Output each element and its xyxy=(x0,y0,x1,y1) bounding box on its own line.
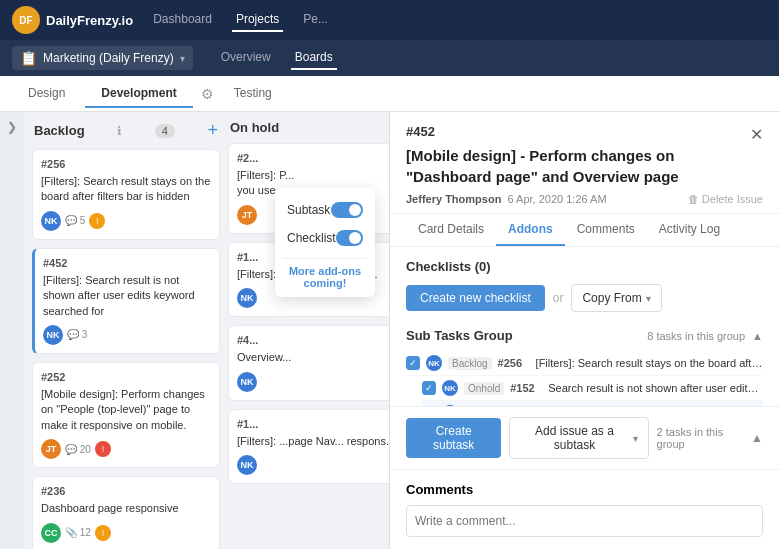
card-id-256: #256 xyxy=(41,158,211,170)
create-checklist-button[interactable]: Create new checklist xyxy=(406,285,545,311)
subtask-header: Sub Tasks Group 8 tasks in this group ▲ xyxy=(406,328,763,343)
avatar-nk-2: NK xyxy=(43,325,63,345)
subtask-label-152: Search result is not shown after user ed… xyxy=(548,382,763,394)
tab-card-details[interactable]: Card Details xyxy=(406,214,496,246)
card-title-oh3: Overview... xyxy=(237,350,389,365)
col-title-backlog: Backlog xyxy=(34,123,85,138)
col-header-backlog: Backlog ℹ 4 + xyxy=(32,120,220,141)
checkbox-256[interactable]: ✓ xyxy=(406,356,420,370)
subtask-label-256: [Filters]: Search result stays on the bo… xyxy=(536,357,763,369)
checklists-section-title: Checklists (0) xyxy=(406,259,763,274)
project-name: Marketing (Daily Frenzy) xyxy=(43,51,174,65)
collapse-footer-icon[interactable]: ▲ xyxy=(751,431,763,445)
panel-title: [Mobile design] - Perform changes on "Da… xyxy=(406,145,763,187)
card-252[interactable]: #252 [Mobile design]: Perform changes on… xyxy=(32,362,220,468)
col-add-button[interactable]: + xyxy=(207,120,218,141)
card-footer-256: NK 💬 5 ! xyxy=(41,211,211,231)
col-header-onhold: On hold xyxy=(228,120,389,135)
avatar-nk-3: NK xyxy=(237,288,257,308)
card-id-452: #452 xyxy=(43,257,211,269)
card-256[interactable]: #256 [Filters]: Search result stays on t… xyxy=(32,149,220,240)
comments-section: Comments xyxy=(390,469,779,549)
tab-testing[interactable]: Testing xyxy=(218,80,288,108)
popup-more: More add-ons coming! xyxy=(283,258,367,289)
card-236[interactable]: #236 Dashboard page responsive CC 📎 12 ! xyxy=(32,476,220,549)
avatar-subtask-nk2: NK xyxy=(442,380,458,396)
chevron-down-icon-2: ▾ xyxy=(633,433,638,444)
nav-boards[interactable]: Boards xyxy=(291,46,337,70)
popup-subtask-label: Subtask xyxy=(287,203,330,217)
avatar-nk: NK xyxy=(41,211,61,231)
or-text: or xyxy=(553,291,564,305)
copy-from-label: Copy From xyxy=(582,291,641,305)
column-onhold: On hold #2... [Filters]: P...you use... … xyxy=(228,120,389,541)
add-issue-dropdown[interactable]: Add issue as a subtask ▾ xyxy=(509,417,648,459)
popup-checklist-item: Checklist xyxy=(283,224,367,252)
checklist-toggle[interactable] xyxy=(336,230,363,246)
comment-input[interactable] xyxy=(406,505,763,537)
delete-issue-link[interactable]: 🗑 Delete Issue xyxy=(688,193,763,205)
card-title-236: Dashboard page responsive xyxy=(41,501,211,516)
col-info-icon: ℹ xyxy=(117,124,122,138)
card-id-236: #236 xyxy=(41,485,211,497)
tab-comments[interactable]: Comments xyxy=(565,214,647,246)
panel-tabs: Card Details Addons Comments Activity Lo… xyxy=(390,214,779,247)
nav-dashboard[interactable]: Dashboard xyxy=(149,8,216,32)
subtask-section: Sub Tasks Group 8 tasks in this group ▲ … xyxy=(406,328,763,406)
subtask-id-256: #256 xyxy=(498,357,530,369)
col-count-backlog: 4 xyxy=(155,124,175,138)
logo-text: DailyFrenzy.io xyxy=(46,13,133,28)
alert-icon-3: ! xyxy=(95,525,111,541)
card-id-oh4: #1... xyxy=(237,418,389,430)
comments-title: Comments xyxy=(406,482,763,497)
copy-from-button[interactable]: Copy From ▾ xyxy=(571,284,661,312)
panel-footer: Create subtask Add issue as a subtask ▾ … xyxy=(390,406,779,469)
settings-gear-icon[interactable]: ⚙ xyxy=(201,86,214,102)
logo-icon: DF xyxy=(12,6,40,34)
checklist-actions: Create new checklist or Copy From ▾ xyxy=(406,284,763,312)
card-oh-4[interactable]: #1... [Filters]: ...page Nav... respons.… xyxy=(228,409,389,484)
comment-badge-3: 💬 20 xyxy=(65,444,91,455)
logo-area[interactable]: DF DailyFrenzy.io xyxy=(12,6,133,34)
checkbox-152[interactable]: ✓ xyxy=(422,381,436,395)
sub-nav: 📋 Marketing (Daily Frenzy) ▾ Overview Bo… xyxy=(0,40,779,76)
nav-overview[interactable]: Overview xyxy=(217,46,275,70)
card-id-oh3: #4... xyxy=(237,334,389,346)
create-subtask-button[interactable]: Create subtask xyxy=(406,418,501,458)
panel-author: Jeffery Thompson xyxy=(406,193,501,205)
status-onhold: Onhold xyxy=(464,382,504,395)
footer-actions: Create subtask Add issue as a subtask ▾ … xyxy=(406,417,763,459)
collapse-icon[interactable]: ▲ xyxy=(752,330,763,342)
subtask-row-152[interactable]: ✓ NK Onhold #152 Search result is not sh… xyxy=(422,376,763,401)
add-issue-label: Add issue as a subtask xyxy=(520,424,628,452)
tab-design[interactable]: Design xyxy=(12,80,81,108)
nav-projects[interactable]: Projects xyxy=(232,8,283,32)
tab-development[interactable]: Development xyxy=(85,80,192,108)
card-452[interactable]: #452 [Filters]: Search result is not sho… xyxy=(32,248,220,354)
popup-subtask-item: Subtask xyxy=(283,196,367,224)
right-panel: #452 ✕ [Mobile design] - Perform changes… xyxy=(389,112,779,549)
trash-icon: 🗑 xyxy=(688,193,699,205)
tab-activity-log[interactable]: Activity Log xyxy=(647,214,732,246)
card-footer-252: JT 💬 20 ! xyxy=(41,439,211,459)
sidebar-toggle[interactable]: ❯ xyxy=(0,112,24,549)
status-backlog: Backlog xyxy=(448,357,492,370)
subtask-row-256[interactable]: ✓ NK Backlog #256 [Filters]: Search resu… xyxy=(406,351,763,376)
card-id-252: #252 xyxy=(41,371,211,383)
col-title-onhold: On hold xyxy=(230,120,279,135)
tab-addons[interactable]: Addons xyxy=(496,214,565,246)
avatar-cc: CC xyxy=(41,523,61,543)
card-oh-3[interactable]: #4... Overview... NK xyxy=(228,325,389,400)
avatar-jt-2: JT xyxy=(237,205,257,225)
subtask-id-152: #152 xyxy=(510,382,542,394)
chevron-right-icon: ❯ xyxy=(7,120,17,134)
avatar-nk-5: NK xyxy=(237,455,257,475)
close-panel-button[interactable]: ✕ xyxy=(750,125,763,144)
subtask-group-title: Sub Tasks Group xyxy=(406,328,513,343)
avatar-jt: JT xyxy=(41,439,61,459)
project-selector[interactable]: 📋 Marketing (Daily Frenzy) ▾ xyxy=(12,46,193,70)
subtask-toggle[interactable] xyxy=(331,202,363,218)
panel-date: 6 Apr, 2020 1:26 AM xyxy=(507,193,606,205)
tab-bar: Design Development ⚙ Testing xyxy=(0,76,779,112)
nav-pe[interactable]: Pe... xyxy=(299,8,332,32)
